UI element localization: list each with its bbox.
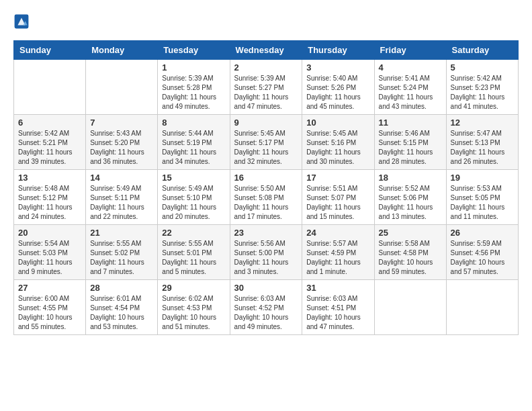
day-number: 17 <box>306 173 369 183</box>
day-number: 2 <box>234 62 298 73</box>
day-number: 22 <box>162 228 225 238</box>
day-info: Sunrise: 5:47 AM Sunset: 5:13 PM Dayligh… <box>451 129 514 167</box>
calendar-cell: 19Sunrise: 5:53 AM Sunset: 5:05 PM Dayli… <box>446 170 518 225</box>
calendar-cell: 7Sunrise: 5:43 AM Sunset: 5:20 PM Daylig… <box>86 115 158 170</box>
calendar-cell: 31Sunrise: 6:03 AM Sunset: 4:51 PM Dayli… <box>302 280 374 335</box>
day-info: Sunrise: 5:48 AM Sunset: 5:12 PM Dayligh… <box>18 184 81 222</box>
calendar-cell: 2Sunrise: 5:39 AM Sunset: 5:27 PM Daylig… <box>230 60 302 115</box>
calendar-cell: 3Sunrise: 5:40 AM Sunset: 5:26 PM Daylig… <box>302 60 374 115</box>
day-number: 3 <box>306 62 369 73</box>
calendar-week-row: 1Sunrise: 5:39 AM Sunset: 5:28 PM Daylig… <box>14 60 519 115</box>
day-number: 23 <box>234 228 298 238</box>
day-number: 21 <box>90 228 153 238</box>
day-info: Sunrise: 5:46 AM Sunset: 5:15 PM Dayligh… <box>379 129 442 167</box>
day-number: 8 <box>162 118 225 128</box>
day-number: 6 <box>18 118 81 128</box>
calendar-cell: 26Sunrise: 5:59 AM Sunset: 4:56 PM Dayli… <box>446 225 518 280</box>
calendar-cell <box>14 60 86 115</box>
day-number: 31 <box>306 283 369 293</box>
day-number: 28 <box>90 283 153 293</box>
day-info: Sunrise: 5:39 AM Sunset: 5:27 PM Dayligh… <box>234 74 298 111</box>
calendar-cell: 10Sunrise: 5:45 AM Sunset: 5:16 PM Dayli… <box>302 115 374 170</box>
day-number: 13 <box>18 173 81 183</box>
day-info: Sunrise: 5:49 AM Sunset: 5:11 PM Dayligh… <box>90 184 153 222</box>
calendar-cell: 21Sunrise: 5:55 AM Sunset: 5:02 PM Dayli… <box>86 225 158 280</box>
day-number: 30 <box>234 283 298 293</box>
calendar-week-row: 13Sunrise: 5:48 AM Sunset: 5:12 PM Dayli… <box>14 170 519 225</box>
calendar-cell: 23Sunrise: 5:56 AM Sunset: 5:00 PM Dayli… <box>230 225 302 280</box>
calendar-header-row: SundayMondayTuesdayWednesdayThursdayFrid… <box>14 41 519 60</box>
calendar-cell: 8Sunrise: 5:44 AM Sunset: 5:19 PM Daylig… <box>158 115 230 170</box>
calendar-cell: 15Sunrise: 5:49 AM Sunset: 5:10 PM Dayli… <box>158 170 230 225</box>
calendar-week-row: 6Sunrise: 5:42 AM Sunset: 5:21 PM Daylig… <box>14 115 519 170</box>
day-number: 10 <box>306 118 369 128</box>
day-info: Sunrise: 5:53 AM Sunset: 5:05 PM Dayligh… <box>451 184 514 222</box>
day-info: Sunrise: 5:40 AM Sunset: 5:26 PM Dayligh… <box>306 74 369 111</box>
day-number: 4 <box>379 62 442 73</box>
day-info: Sunrise: 5:43 AM Sunset: 5:20 PM Dayligh… <box>90 129 153 167</box>
weekday-header: Saturday <box>446 41 518 60</box>
calendar-cell: 29Sunrise: 6:02 AM Sunset: 4:53 PM Dayli… <box>158 280 230 335</box>
day-number: 11 <box>379 118 442 128</box>
calendar-cell: 5Sunrise: 5:42 AM Sunset: 5:23 PM Daylig… <box>446 60 518 115</box>
day-info: Sunrise: 5:45 AM Sunset: 5:16 PM Dayligh… <box>306 129 369 167</box>
calendar-cell: 17Sunrise: 5:51 AM Sunset: 5:07 PM Dayli… <box>302 170 374 225</box>
day-info: Sunrise: 5:39 AM Sunset: 5:28 PM Dayligh… <box>162 74 225 111</box>
logo <box>13 13 32 30</box>
day-info: Sunrise: 5:45 AM Sunset: 5:17 PM Dayligh… <box>234 129 298 167</box>
calendar-cell <box>86 60 158 115</box>
weekday-header: Sunday <box>14 41 86 60</box>
day-info: Sunrise: 5:42 AM Sunset: 5:21 PM Dayligh… <box>18 129 81 167</box>
day-number: 15 <box>162 173 225 183</box>
calendar-cell: 6Sunrise: 5:42 AM Sunset: 5:21 PM Daylig… <box>14 115 86 170</box>
calendar-cell <box>374 280 446 335</box>
day-number: 12 <box>451 118 514 128</box>
calendar-cell: 30Sunrise: 6:03 AM Sunset: 4:52 PM Dayli… <box>230 280 302 335</box>
day-info: Sunrise: 5:41 AM Sunset: 5:24 PM Dayligh… <box>379 74 442 111</box>
day-info: Sunrise: 5:49 AM Sunset: 5:10 PM Dayligh… <box>162 184 225 222</box>
day-number: 16 <box>234 173 298 183</box>
calendar-cell: 16Sunrise: 5:50 AM Sunset: 5:08 PM Dayli… <box>230 170 302 225</box>
day-number: 27 <box>18 283 81 293</box>
logo-icon <box>13 13 30 30</box>
calendar-cell: 25Sunrise: 5:58 AM Sunset: 4:58 PM Dayli… <box>374 225 446 280</box>
page-header <box>13 13 519 30</box>
day-info: Sunrise: 5:56 AM Sunset: 5:00 PM Dayligh… <box>234 239 298 277</box>
day-number: 25 <box>379 228 442 238</box>
weekday-header: Thursday <box>302 41 374 60</box>
day-number: 19 <box>451 173 514 183</box>
day-number: 1 <box>162 62 225 73</box>
calendar-cell <box>446 280 518 335</box>
day-number: 26 <box>451 228 514 238</box>
day-info: Sunrise: 5:55 AM Sunset: 5:02 PM Dayligh… <box>90 239 153 277</box>
day-number: 9 <box>234 118 298 128</box>
day-info: Sunrise: 5:52 AM Sunset: 5:06 PM Dayligh… <box>379 184 442 222</box>
calendar-cell: 9Sunrise: 5:45 AM Sunset: 5:17 PM Daylig… <box>230 115 302 170</box>
weekday-header: Friday <box>374 41 446 60</box>
day-number: 24 <box>306 228 369 238</box>
day-info: Sunrise: 5:44 AM Sunset: 5:19 PM Dayligh… <box>162 129 225 167</box>
day-info: Sunrise: 6:01 AM Sunset: 4:54 PM Dayligh… <box>90 294 153 332</box>
calendar-cell: 1Sunrise: 5:39 AM Sunset: 5:28 PM Daylig… <box>158 60 230 115</box>
day-number: 14 <box>90 173 153 183</box>
day-info: Sunrise: 6:00 AM Sunset: 4:55 PM Dayligh… <box>18 294 81 332</box>
day-info: Sunrise: 6:03 AM Sunset: 4:51 PM Dayligh… <box>306 294 369 332</box>
calendar-cell: 22Sunrise: 5:55 AM Sunset: 5:01 PM Dayli… <box>158 225 230 280</box>
calendar-week-row: 20Sunrise: 5:54 AM Sunset: 5:03 PM Dayli… <box>14 225 519 280</box>
day-number: 18 <box>379 173 442 183</box>
calendar-week-row: 27Sunrise: 6:00 AM Sunset: 4:55 PM Dayli… <box>14 280 519 335</box>
calendar-cell: 27Sunrise: 6:00 AM Sunset: 4:55 PM Dayli… <box>14 280 86 335</box>
calendar-cell: 14Sunrise: 5:49 AM Sunset: 5:11 PM Dayli… <box>86 170 158 225</box>
day-info: Sunrise: 5:57 AM Sunset: 4:59 PM Dayligh… <box>306 239 369 277</box>
calendar-cell: 18Sunrise: 5:52 AM Sunset: 5:06 PM Dayli… <box>374 170 446 225</box>
day-info: Sunrise: 5:58 AM Sunset: 4:58 PM Dayligh… <box>379 239 442 277</box>
calendar-cell: 13Sunrise: 5:48 AM Sunset: 5:12 PM Dayli… <box>14 170 86 225</box>
day-info: Sunrise: 5:55 AM Sunset: 5:01 PM Dayligh… <box>162 239 225 277</box>
day-info: Sunrise: 5:50 AM Sunset: 5:08 PM Dayligh… <box>234 184 298 222</box>
calendar-cell: 20Sunrise: 5:54 AM Sunset: 5:03 PM Dayli… <box>14 225 86 280</box>
calendar-cell: 12Sunrise: 5:47 AM Sunset: 5:13 PM Dayli… <box>446 115 518 170</box>
weekday-header: Monday <box>86 41 158 60</box>
day-info: Sunrise: 6:02 AM Sunset: 4:53 PM Dayligh… <box>162 294 225 332</box>
day-info: Sunrise: 6:03 AM Sunset: 4:52 PM Dayligh… <box>234 294 298 332</box>
day-number: 29 <box>162 283 225 293</box>
